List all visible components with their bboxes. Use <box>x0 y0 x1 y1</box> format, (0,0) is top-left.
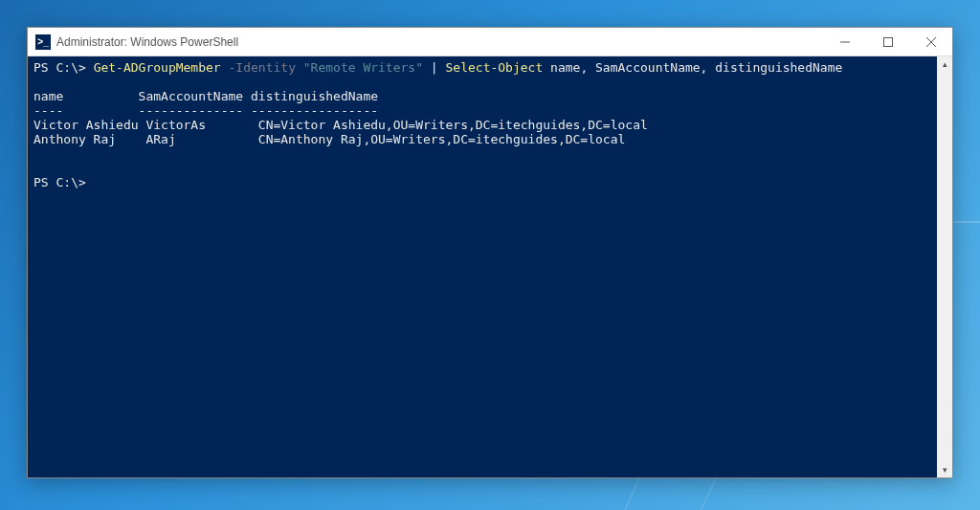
param: -Identity <box>221 60 303 75</box>
prompt: PS C:\> <box>33 175 86 189</box>
table-cell: Victor Ashiedu <box>33 118 145 132</box>
scroll-up-arrow-icon[interactable]: ▴ <box>937 56 952 72</box>
prompt: PS C:\> <box>33 60 94 75</box>
cmdlet: Get-ADGroupMember <box>94 60 221 75</box>
col-header-dn: distinguishedName <box>251 89 378 103</box>
table-cell: VictorAs <box>145 118 257 132</box>
col-header-name: name <box>33 89 139 103</box>
col-sep: -------------- <box>139 103 251 118</box>
powershell-icon: >_ <box>35 34 51 50</box>
scroll-down-arrow-icon[interactable]: ▾ <box>937 462 952 477</box>
svg-rect-1 <box>883 37 892 46</box>
maximize-button[interactable] <box>866 28 909 56</box>
col-sep: ----------------- <box>251 103 378 118</box>
powershell-window: >_ Administrator: Windows PowerShell PS … <box>27 27 953 478</box>
table-cell: ARaj <box>145 132 257 146</box>
titlebar[interactable]: >_ Administrator: Windows PowerShell <box>28 28 952 56</box>
cols: name, SamAccountName, distinguishedName <box>543 60 842 75</box>
col-sep: ---- <box>33 103 139 118</box>
terminal-output[interactable]: PS C:\> Get-ADGroupMember -Identity "Rem… <box>28 56 937 477</box>
table-cell: CN=Victor Ashiedu,OU=Writers,DC=itechgui… <box>258 118 648 132</box>
cmdlet: Select-Object <box>446 60 544 75</box>
terminal-area: PS C:\> Get-ADGroupMember -Identity "Rem… <box>28 56 952 477</box>
table-cell: Anthony Raj <box>33 132 145 146</box>
arg: "Remote Writers" <box>303 60 423 75</box>
col-header-sam: SamAccountName <box>139 89 251 103</box>
close-button[interactable] <box>909 28 952 56</box>
minimize-button[interactable] <box>823 28 866 56</box>
scroll-track[interactable] <box>937 72 952 462</box>
vertical-scrollbar[interactable]: ▴ ▾ <box>937 56 952 477</box>
table-cell: CN=Anthony Raj,OU=Writers,DC=itechguides… <box>258 132 626 146</box>
window-title: Administrator: Windows PowerShell <box>56 35 823 49</box>
pipe: | <box>423 60 445 75</box>
